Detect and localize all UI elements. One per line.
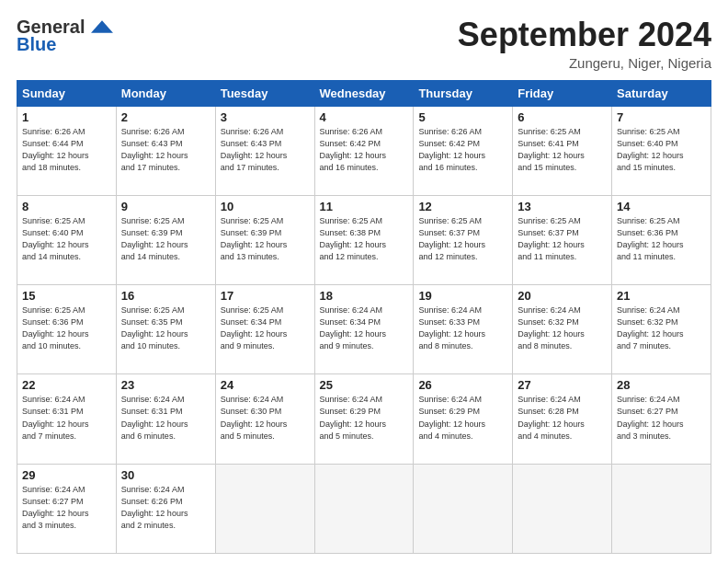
cell-info: Sunrise: 6:24 AMSunset: 6:33 PMDaylight:… (418, 304, 507, 352)
sunset-text: Sunset: 6:43 PM (221, 139, 282, 148)
cell-info: Sunrise: 6:25 AMSunset: 6:35 PMDaylight:… (121, 304, 210, 352)
table-row (314, 464, 414, 553)
cell-info: Sunrise: 6:25 AMSunset: 6:39 PMDaylight:… (221, 215, 310, 263)
cell-day-number: 24 (221, 378, 310, 392)
table-row: 17Sunrise: 6:25 AMSunset: 6:34 PMDayligh… (215, 285, 314, 374)
daylight-label: Daylight: 12 hours (22, 151, 89, 160)
daylight-label: Daylight: 12 hours (418, 240, 485, 249)
calendar-row: 15Sunrise: 6:25 AMSunset: 6:36 PMDayligh… (17, 285, 711, 374)
logo-icon (91, 20, 113, 33)
daylight-and: and 16 minutes. (320, 163, 379, 172)
daylight-label: Daylight: 12 hours (121, 151, 188, 160)
col-thursday: Thursday (414, 80, 513, 106)
cell-day-number: 30 (121, 468, 210, 482)
table-row: 23Sunrise: 6:24 AMSunset: 6:31 PMDayligh… (116, 374, 215, 464)
sunset-text: Sunset: 6:26 PM (121, 497, 183, 506)
sunset-text: Sunset: 6:33 PM (418, 317, 480, 327)
sunrise-text: Sunrise: 6:24 AM (221, 395, 284, 404)
sunset-text: Sunset: 6:37 PM (418, 228, 480, 237)
cell-day-number: 22 (22, 378, 111, 392)
sunset-text: Sunset: 6:31 PM (22, 407, 84, 416)
cell-day-number: 8 (22, 200, 111, 213)
cell-info: Sunrise: 6:24 AMSunset: 6:26 PMDaylight:… (121, 484, 210, 532)
cell-day-number: 13 (518, 200, 607, 213)
sunrise-text: Sunrise: 6:24 AM (518, 395, 581, 404)
sunrise-text: Sunrise: 6:24 AM (22, 395, 85, 404)
cell-day-number: 7 (617, 110, 706, 124)
sunset-text: Sunset: 6:43 PM (121, 139, 183, 148)
daylight-and: and 4 minutes. (418, 431, 472, 441)
table-row: 24Sunrise: 6:24 AMSunset: 6:30 PMDayligh… (215, 374, 314, 464)
daylight-and: and 3 minutes. (617, 431, 671, 441)
sunrise-text: Sunrise: 6:24 AM (617, 395, 680, 404)
sunrise-text: Sunrise: 6:25 AM (617, 216, 680, 225)
sunset-text: Sunset: 6:37 PM (518, 228, 579, 237)
sunrise-text: Sunrise: 6:25 AM (121, 216, 185, 225)
sunset-text: Sunset: 6:29 PM (320, 407, 381, 416)
cell-info: Sunrise: 6:25 AMSunset: 6:41 PMDaylight:… (518, 126, 607, 174)
daylight-label: Daylight: 12 hours (617, 151, 684, 160)
cell-info: Sunrise: 6:24 AMSunset: 6:29 PMDaylight:… (418, 394, 507, 442)
daylight-and: and 17 minutes. (221, 163, 279, 172)
cell-info: Sunrise: 6:25 AMSunset: 6:39 PMDaylight:… (121, 215, 210, 263)
cell-info: Sunrise: 6:24 AMSunset: 6:27 PMDaylight:… (617, 394, 706, 442)
sunset-text: Sunset: 6:27 PM (617, 407, 678, 416)
daylight-label: Daylight: 12 hours (221, 240, 288, 249)
cell-info: Sunrise: 6:25 AMSunset: 6:36 PMDaylight:… (617, 215, 706, 263)
sunrise-text: Sunrise: 6:26 AM (320, 127, 383, 136)
sunset-text: Sunset: 6:39 PM (221, 228, 282, 237)
sunrise-text: Sunrise: 6:24 AM (617, 305, 680, 315)
sunrise-text: Sunrise: 6:26 AM (221, 127, 284, 136)
sunset-text: Sunset: 6:35 PM (121, 317, 183, 327)
daylight-label: Daylight: 12 hours (22, 509, 89, 518)
daylight-label: Daylight: 12 hours (221, 419, 288, 429)
daylight-and: and 12 minutes. (418, 252, 477, 261)
sunset-text: Sunset: 6:39 PM (121, 228, 183, 237)
sunrise-text: Sunrise: 6:25 AM (121, 305, 185, 315)
cell-day-number: 19 (418, 289, 507, 303)
cell-day-number: 2 (121, 110, 210, 124)
cell-day-number: 12 (418, 200, 507, 213)
table-row: 12Sunrise: 6:25 AMSunset: 6:37 PMDayligh… (414, 195, 513, 284)
logo: General Blue (17, 17, 113, 55)
daylight-label: Daylight: 12 hours (320, 419, 387, 429)
table-row: 14Sunrise: 6:25 AMSunset: 6:36 PMDayligh… (612, 195, 711, 284)
sunset-text: Sunset: 6:34 PM (320, 317, 381, 327)
daylight-label: Daylight: 12 hours (617, 419, 684, 429)
calendar-row: 8Sunrise: 6:25 AMSunset: 6:40 PMDaylight… (17, 195, 711, 284)
sunrise-text: Sunrise: 6:24 AM (418, 305, 482, 315)
daylight-and: and 13 minutes. (221, 252, 279, 261)
sunset-text: Sunset: 6:31 PM (121, 407, 183, 416)
col-friday: Friday (513, 80, 612, 106)
sunset-text: Sunset: 6:44 PM (22, 139, 84, 148)
table-row: 4Sunrise: 6:26 AMSunset: 6:42 PMDaylight… (314, 106, 414, 195)
sunset-text: Sunset: 6:34 PM (221, 317, 282, 327)
cell-info: Sunrise: 6:24 AMSunset: 6:34 PMDaylight:… (320, 304, 409, 352)
sunrise-text: Sunrise: 6:26 AM (22, 127, 85, 136)
logo-blue: Blue (17, 34, 56, 55)
daylight-and: and 8 minutes. (518, 341, 572, 350)
cell-day-number: 21 (617, 289, 706, 303)
cell-day-number: 15 (22, 289, 111, 303)
table-row: 11Sunrise: 6:25 AMSunset: 6:38 PMDayligh… (314, 195, 414, 284)
daylight-and: and 6 minutes. (121, 431, 176, 441)
cell-day-number: 1 (22, 110, 111, 124)
table-row: 19Sunrise: 6:24 AMSunset: 6:33 PMDayligh… (414, 285, 513, 374)
calendar-body: 1Sunrise: 6:26 AMSunset: 6:44 PMDaylight… (17, 106, 711, 553)
cell-day-number: 14 (617, 200, 706, 213)
daylight-label: Daylight: 12 hours (518, 419, 585, 429)
table-row (414, 464, 513, 553)
sunrise-text: Sunrise: 6:26 AM (418, 127, 482, 136)
sunset-text: Sunset: 6:41 PM (518, 139, 579, 148)
daylight-and: and 10 minutes. (22, 341, 81, 350)
cell-info: Sunrise: 6:24 AMSunset: 6:27 PMDaylight:… (22, 484, 111, 532)
sunset-text: Sunset: 6:40 PM (617, 139, 678, 148)
table-row: 18Sunrise: 6:24 AMSunset: 6:34 PMDayligh… (314, 285, 414, 374)
sunrise-text: Sunrise: 6:24 AM (418, 395, 482, 404)
cell-day-number: 5 (418, 110, 507, 124)
cell-info: Sunrise: 6:25 AMSunset: 6:36 PMDaylight:… (22, 304, 111, 352)
cell-info: Sunrise: 6:25 AMSunset: 6:38 PMDaylight:… (320, 215, 409, 263)
daylight-label: Daylight: 12 hours (518, 329, 585, 339)
cell-info: Sunrise: 6:25 AMSunset: 6:40 PMDaylight:… (617, 126, 706, 174)
cell-info: Sunrise: 6:24 AMSunset: 6:32 PMDaylight:… (518, 304, 607, 352)
